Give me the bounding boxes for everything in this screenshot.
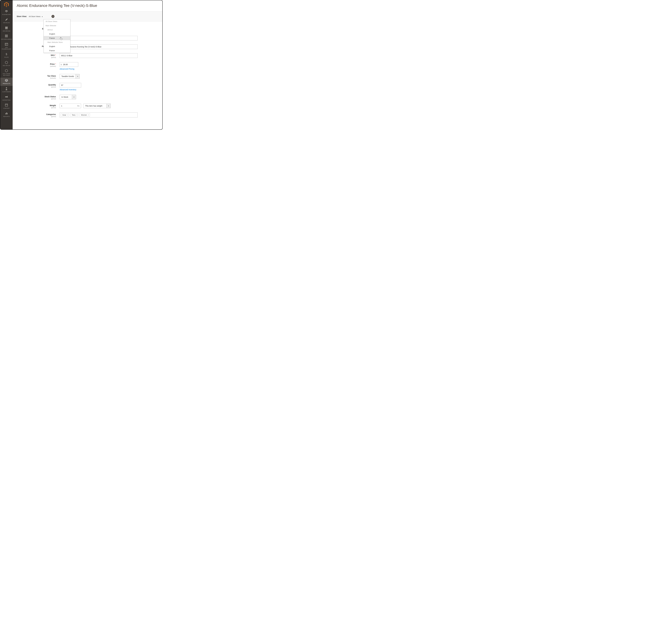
- attribute-set-input[interactable]: [60, 36, 138, 41]
- sidebar-item-label: DASHBOARD: [2, 14, 11, 15]
- product-name-input[interactable]: [60, 44, 138, 49]
- pencil-icon: [1, 18, 12, 21]
- sidebar-item-label: MARKETING: [2, 99, 10, 101]
- svg-rect-21: [5, 104, 8, 106]
- remove-chip-icon[interactable]: ×: [88, 114, 89, 116]
- dollar-icon: $: [1, 53, 12, 56]
- weight-type-value: This item has weight: [84, 104, 106, 108]
- price-input[interactable]: [60, 62, 78, 67]
- store-icon: [1, 27, 12, 29]
- product-form: Enable Product [website] Yes Attribute S…: [13, 21, 162, 121]
- svg-rect-24: [6, 113, 7, 114]
- dropdown-item-english[interactable]: English: [44, 32, 70, 36]
- advanced-pricing-link[interactable]: Advanced Pricing: [60, 68, 74, 70]
- dropdown-item-all-store-views[interactable]: All Store Views: [44, 19, 70, 24]
- quantity-label: Quantity: [48, 84, 56, 86]
- categories-label: Categories: [46, 113, 56, 115]
- grid-icon: [1, 35, 12, 38]
- dropdown-item-demo2: demo2: [44, 28, 70, 32]
- category-chip-women[interactable]: Women×: [80, 113, 90, 116]
- dropdown-item-france-2[interactable]: France: [44, 48, 70, 53]
- weight-type-select[interactable]: This item has weight ▼: [84, 104, 111, 108]
- category-chip-gear[interactable]: Gear×: [61, 113, 69, 116]
- sidebar-item-ves-brand[interactable]: VES BRAND: [0, 25, 13, 33]
- remove-chip-icon[interactable]: ×: [76, 114, 77, 116]
- sidebar-item-ves-theme-settings[interactable]: VES THEME SETTINGS: [0, 68, 13, 78]
- stock-status-select[interactable]: In Stock ▼: [60, 95, 76, 99]
- sidebar-item-content[interactable]: CONTENT: [0, 102, 13, 111]
- weight-scope: [global]: [17, 107, 56, 108]
- sidebar-item-label: PRODUCTS: [3, 83, 10, 84]
- price-scope: [website]: [17, 66, 56, 67]
- sidebar-item-label: CONTENT: [3, 107, 10, 109]
- page-title: Atomic Endurance Running Tee (V-neck)-S-…: [13, 0, 162, 11]
- dropdown-item-english-2[interactable]: English: [44, 44, 70, 48]
- field-enable-product: Enable Product [website] Yes: [17, 27, 158, 32]
- svg-marker-18: [5, 61, 8, 64]
- sidebar-item-label: VES MEGAMENU: [1, 39, 12, 40]
- weight-input-group: lbs: [60, 104, 81, 108]
- field-price: Price* [website] $ Advanced Pricing: [17, 62, 158, 70]
- chevron-down-icon: ▼: [75, 74, 80, 78]
- svg-point-20: [6, 87, 7, 88]
- svg-rect-6: [6, 35, 7, 35]
- remove-chip-icon[interactable]: ×: [67, 114, 68, 116]
- field-stock-status: Stock Status [global] In Stock ▼: [17, 95, 158, 100]
- stock-status-label: Stock Status: [44, 96, 56, 98]
- svg-rect-11: [5, 37, 6, 37]
- sku-scope: [global]: [17, 57, 56, 58]
- field-product-name: Product Name* [store view]: [17, 44, 158, 49]
- store-view-dropdown: All Store Views Main Website demo2 Engli…: [44, 19, 70, 53]
- svg-rect-2: [6, 28, 7, 29]
- magento-logo[interactable]: [4, 0, 9, 9]
- price-currency: $: [61, 63, 62, 66]
- megaphone-icon: [1, 96, 12, 99]
- weight-input[interactable]: [60, 104, 76, 108]
- svg-rect-14: [5, 43, 8, 46]
- sidebar-item-label: VES BRAND: [2, 30, 10, 32]
- svg-rect-9: [6, 35, 7, 36]
- sidebar-item-reports[interactable]: REPORTS: [0, 111, 13, 119]
- sidebar-item-customers[interactable]: CUSTOMERS: [0, 86, 13, 94]
- svg-rect-23: [5, 113, 6, 114]
- sidebar-item-dashboard[interactable]: DASHBOARD: [0, 9, 13, 17]
- field-attribute-set: Attribute Set: [17, 36, 158, 41]
- price-label: Price*: [50, 63, 56, 65]
- field-quantity: Quantity [global] Advanced Inventory: [17, 83, 158, 91]
- svg-rect-7: [7, 35, 8, 35]
- store-view-value: All Store Views: [29, 15, 41, 17]
- tax-class-scope: [website]: [17, 77, 56, 79]
- field-sku: SKU* [global]: [17, 53, 158, 58]
- category-chip-tees[interactable]: Tees×: [70, 113, 78, 116]
- hexagon-icon: [1, 69, 12, 72]
- help-icon[interactable]: ?: [52, 15, 54, 18]
- admin-sidebar: DASHBOARD VES BLOG VES BRAND VES MEGAMEN…: [0, 0, 13, 129]
- sidebar-item-marketing[interactable]: MARKETING: [0, 94, 13, 102]
- main-content: Atomic Endurance Running Tee (V-neck)-S-…: [13, 0, 162, 129]
- dropdown-item-main-website: Main Website: [44, 24, 70, 28]
- sidebar-item-ves-pagebuilder[interactable]: VES PAGEBUILDER: [0, 42, 13, 52]
- categories-scope: [global]: [17, 116, 56, 117]
- quantity-input[interactable]: [60, 83, 81, 87]
- sku-input[interactable]: [60, 53, 138, 58]
- advanced-inventory-link[interactable]: Advanced Inventory: [60, 89, 76, 91]
- sidebar-item-sales[interactable]: $ SALES: [0, 51, 13, 59]
- sidebar-item-label: REPORTS: [3, 116, 10, 117]
- categories-chips[interactable]: Gear× Tees× Women×: [60, 113, 138, 117]
- page-icon: [1, 104, 12, 107]
- tax-class-select[interactable]: Taxable Goods ▼: [60, 74, 80, 78]
- sidebar-item-ves-setup[interactable]: VES SETUP: [0, 60, 13, 68]
- sidebar-item-products[interactable]: PRODUCTS: [0, 78, 13, 86]
- layout-icon: [1, 43, 12, 46]
- dropdown-item-france[interactable]: France: [44, 36, 70, 40]
- weight-unit: lbs: [76, 104, 81, 108]
- sidebar-item-ves-blog[interactable]: VES BLOG: [0, 17, 13, 25]
- tax-class-value: Taxable Goods: [60, 74, 75, 78]
- field-tax-class: Tax Class [website] Taxable Goods ▼: [17, 74, 158, 79]
- dropdown-item-main-website-store: Main Website Store: [44, 40, 70, 44]
- sidebar-item-ves-megamenu[interactable]: VES MEGAMENU: [0, 33, 13, 42]
- sku-label: SKU*: [51, 54, 56, 56]
- store-view-selector[interactable]: All Store Views ▲: [29, 15, 43, 17]
- store-view-label: Store View:: [17, 15, 27, 17]
- svg-text:$: $: [6, 53, 7, 56]
